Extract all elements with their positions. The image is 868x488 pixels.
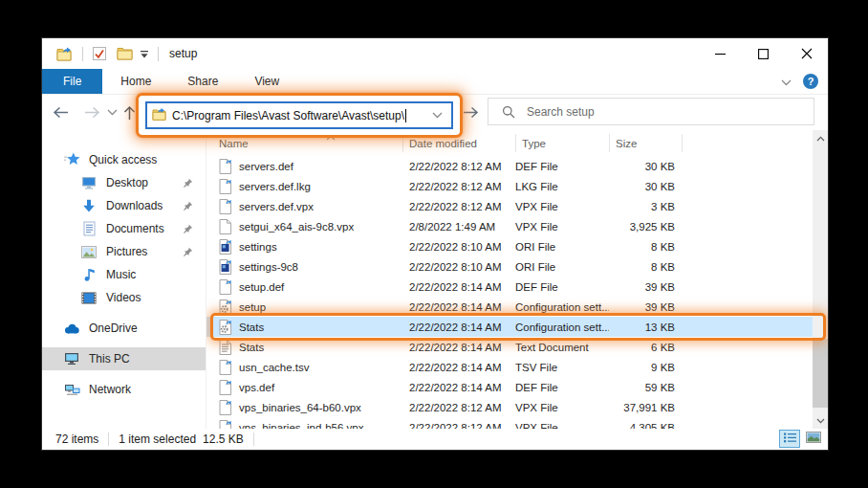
thumbnails-view-icon [806, 432, 821, 446]
details-view-button[interactable] [779, 430, 800, 448]
properties-check-icon[interactable] [90, 42, 109, 65]
file-name: setgui_x64_ais-9c8.vpx [239, 221, 354, 233]
file-icon-blue-arrow [219, 279, 232, 295]
back-arrow-icon[interactable] [50, 95, 71, 130]
sidebar-item-music[interactable]: Music [42, 263, 206, 286]
search-box[interactable] [488, 98, 814, 125]
file-row-setup-def[interactable]: setup.def2/22/2022 8:14 AMDEF File39 KB [206, 277, 828, 297]
file-row-setup[interactable]: setup2/22/2022 8:14 AMConfiguration sett… [206, 297, 828, 317]
file-size: 13 KB [609, 322, 690, 333]
column-header-name[interactable]: Name [219, 138, 249, 149]
file-name: servers.def [239, 161, 293, 172]
sidebar-item-quick-access[interactable]: Quick access [42, 148, 206, 171]
recent-locations-chevron-icon[interactable] [105, 95, 119, 130]
sidebar-item-network[interactable]: Network [42, 378, 206, 401]
folder-icon [152, 107, 166, 124]
downloads-icon [80, 199, 98, 213]
forward-arrow-icon[interactable] [81, 95, 102, 130]
file-row-vps-binaries-ind-b56-vpx[interactable]: vps_binaries_ind-b56.vpx2/22/2022 8:12 A… [206, 417, 828, 429]
sidebar-item-pictures[interactable]: Pictures [42, 240, 206, 263]
file-name: settings-9c8 [239, 261, 298, 273]
documents-icon [80, 221, 98, 236]
file-icon-image [219, 259, 232, 275]
scroll-up-arrow-icon[interactable] [813, 130, 828, 146]
file-row-servers-def-lkg[interactable]: servers.def.lkg2/22/2022 8:12 AMLKG File… [206, 176, 828, 196]
scroll-down-arrow-icon[interactable] [813, 412, 828, 429]
pin-icon [183, 224, 193, 234]
file-size: 39 KB [609, 281, 690, 293]
file-type: ORI File [515, 261, 609, 273]
file-type: DEF File [515, 281, 609, 293]
tab-view[interactable]: View [236, 69, 297, 94]
file-icon-plain [219, 219, 232, 234]
sidebar-item-onedrive[interactable]: OneDrive [42, 317, 206, 340]
tab-file[interactable]: File [42, 69, 102, 94]
title-bar: setup [42, 38, 828, 69]
file-row-stats[interactable]: Stats2/22/2022 8:14 AMText Document6 KB [206, 337, 828, 357]
maximize-button[interactable] [742, 38, 785, 69]
help-icon[interactable]: ? [803, 74, 818, 89]
close-button[interactable] [785, 38, 828, 69]
file-row-setgui-x64-ais-9c8-vpx[interactable]: setgui_x64_ais-9c8.vpx2/8/2022 1:49 AMVP… [206, 216, 828, 236]
sidebar-item-label: Downloads [106, 199, 163, 212]
column-header-date-modified[interactable]: Date modified [409, 138, 477, 149]
file-row-vps-binaries-64-b60-vpx[interactable]: vps_binaries_64-b60.vpx2/22/2022 8:12 AM… [206, 397, 828, 417]
go-arrow-icon[interactable] [460, 95, 481, 130]
new-folder-icon[interactable] [115, 42, 135, 65]
ribbon-collapse-chevron-icon[interactable] [781, 73, 792, 90]
file-type: LKG File [515, 181, 609, 192]
customize-quick-access-dropdown-icon[interactable] [138, 42, 151, 65]
search-input[interactable] [525, 104, 768, 120]
items-count: 72 items [55, 433, 98, 446]
file-row-stats[interactable]: Stats2/22/2022 8:14 AMConfiguration sett… [206, 317, 828, 337]
address-bar[interactable]: C:\Program Files\Avast Software\Avast\se… [145, 101, 453, 129]
status-bar: 72 items 1 item selected 12.5 KB [42, 429, 828, 450]
column-separator[interactable] [515, 134, 516, 152]
tab-home[interactable]: Home [102, 69, 169, 94]
file-icon-blue-arrow [219, 380, 232, 395]
sidebar-item-label: Documents [106, 222, 164, 235]
file-type: Text Document [515, 342, 609, 353]
tab-share[interactable]: Share [169, 69, 236, 94]
column-separator[interactable] [682, 134, 683, 152]
file-name: vps.def [239, 382, 274, 393]
file-type: TSV File [515, 362, 609, 373]
main-area: Quick accessDesktopDownloadsDocumentsPic… [42, 130, 828, 429]
file-size: 39 KB [609, 301, 690, 313]
sidebar-item-documents[interactable]: Documents [42, 217, 206, 240]
file-row-settings[interactable]: settings2/22/2022 8:10 AMORI File8 KB [206, 236, 828, 256]
address-dropdown-chevron-icon[interactable] [428, 112, 446, 119]
file-size: 4,305 KB [609, 422, 690, 430]
file-date: 2/22/2022 8:14 AM [409, 342, 515, 353]
minimize-button[interactable] [699, 38, 742, 69]
file-row-vps-def[interactable]: vps.def2/22/2022 8:14 AMDEF File59 KB [206, 377, 828, 397]
file-row-servers-def-vpx[interactable]: servers.def.vpx2/22/2022 8:12 AMVPX File… [206, 196, 828, 216]
sidebar-item-label: This PC [89, 352, 130, 366]
file-icon-blue-arrow [219, 400, 232, 415]
pictures-icon [80, 246, 98, 258]
quick-access-star-icon [63, 152, 80, 167]
scrollbar-thumb[interactable] [813, 339, 828, 408]
thumbnails-view-button[interactable] [803, 430, 824, 448]
file-row-settings-9c8[interactable]: settings-9c82/22/2022 8:10 AMORI File8 K… [206, 256, 828, 277]
sidebar-item-label: Quick access [89, 153, 157, 166]
column-header-type[interactable]: Type [522, 138, 546, 149]
file-size: 3 KB [609, 201, 690, 212]
sidebar-item-desktop[interactable]: Desktop [42, 171, 206, 194]
file-row-usn-cache-tsv[interactable]: usn_cache.tsv2/22/2022 8:14 AMTSV File9 … [206, 357, 828, 377]
file-date: 2/22/2022 8:12 AM [409, 201, 515, 212]
file-row-servers-def[interactable]: servers.def2/22/2022 8:12 AMDEF File30 K… [206, 156, 828, 176]
column-separator[interactable] [609, 134, 610, 152]
sidebar-item-downloads[interactable]: Downloads [42, 194, 206, 217]
navigation-bar: C:\Program Files\Avast Software\Avast\se… [42, 95, 828, 130]
navigation-sidebar: Quick accessDesktopDownloadsDocumentsPic… [42, 130, 206, 429]
file-date: 2/22/2022 8:12 AM [409, 402, 515, 413]
column-header-size[interactable]: Size [616, 138, 637, 149]
vertical-scrollbar[interactable] [813, 130, 828, 429]
sidebar-item-label: Network [89, 383, 131, 396]
sidebar-item-videos[interactable]: Videos [42, 286, 206, 309]
details-view-icon [783, 432, 797, 447]
file-name: vps_binaries_64-b60.vpx [239, 402, 361, 413]
sidebar-item-this-pc[interactable]: This PC [42, 347, 206, 370]
file-icon-gear [219, 320, 232, 335]
